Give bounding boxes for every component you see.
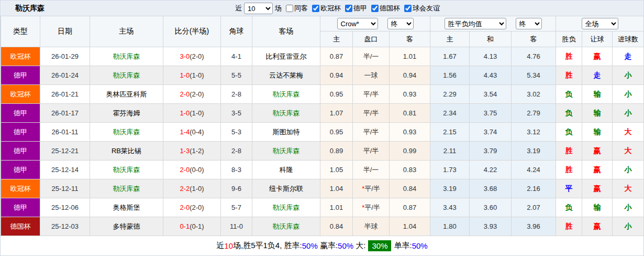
odds-group-header: Crow* 终 [320, 16, 430, 31]
col-header-date: 日期 [40, 16, 90, 47]
mean-final-select[interactable]: 终 [516, 18, 542, 29]
filter-欧冠杯[interactable]: 欧冠杯 [312, 4, 341, 13]
handicap-line: 平/半 [353, 104, 390, 123]
same-away-checkbox-label[interactable]: 同客 [286, 4, 308, 13]
big-rate-badge: 30% [368, 240, 391, 251]
handicap-text: 平/半 [364, 204, 380, 211]
match-row: 德国杯25-12-03多特蒙德0-1(0-1)11-0勒沃库森0.84半球1.0… [1, 217, 644, 236]
mean-type-select[interactable]: 胜平负均值 [445, 18, 506, 29]
odds-home: 0.89 [320, 142, 353, 161]
mean-group-header: 胜平负均值 终 [430, 16, 556, 31]
filter-球会友谊[interactable]: 球会友谊 [404, 4, 440, 13]
topbar-controls: 近 10 场 同客 欧冠杯德甲德国杯球会友谊 [235, 2, 440, 15]
single-rate-value: 50% [412, 241, 428, 250]
half-time-score: (2-0) [190, 52, 204, 60]
match-row: 德甲26-01-11勒沃库森1-4(0-4)5-3斯图加特0.95平/半0.93… [1, 123, 644, 142]
competition-badge: 欧冠杯 [1, 47, 40, 66]
handicap-text: 一球 [364, 71, 378, 79]
filter-checkbox[interactable] [312, 5, 319, 12]
full-time-score: 1-0 [180, 109, 190, 117]
match-row: 德甲25-12-06奥格斯堡2-0(2-0)5-7勒沃库森1.01*平/半0.8… [1, 198, 644, 217]
away-team: 勒沃库森 [252, 142, 320, 161]
summary-count: 10 [224, 241, 233, 250]
mean-away-odds: 3.12 [512, 123, 556, 142]
half-time-score: (1-0) [190, 185, 204, 193]
home-team: 勒沃库森 [90, 66, 163, 85]
score-cell: 2-0(2-0) [163, 85, 221, 104]
odds-company-select[interactable]: Crow* [337, 18, 378, 29]
mean-home-odds: 3.19 [430, 179, 470, 198]
filter-checkbox[interactable] [371, 5, 379, 12]
filter-checkbox[interactable] [345, 5, 352, 12]
earn-rate-value: 50% [338, 241, 353, 250]
goals-result: 小 [613, 104, 644, 123]
corner-count: 5-5 [221, 66, 252, 85]
filter-label: 德甲 [353, 4, 367, 13]
handicap-result: 赢 [582, 161, 613, 179]
subheader-mean-away: 客 [512, 31, 556, 47]
handicap-result: 输 [582, 85, 613, 104]
score-cell: 2-0(0-0) [163, 161, 221, 179]
filter-德甲[interactable]: 德甲 [345, 4, 367, 13]
full-time-score: 0-1 [180, 222, 190, 230]
mean-home-odds: 3.43 [430, 198, 470, 217]
full-time-score: 1-0 [180, 71, 190, 79]
summary-prefix: 近 [216, 241, 224, 251]
goals-result: 大 [613, 179, 644, 198]
away-team: 纽卡斯尔联 [252, 179, 320, 198]
subheader-goals: 进球数 [613, 31, 644, 47]
match-date: 26-01-24 [40, 66, 90, 85]
odds-home: 0.84 [320, 217, 353, 236]
scope-select[interactable]: 全场 [582, 18, 618, 29]
col-header-type: 类型 [1, 16, 40, 47]
mean-away-odds: 4.24 [512, 161, 556, 179]
mean-home-odds: 1.80 [430, 217, 470, 236]
col-header-away: 客场 [252, 16, 320, 47]
competition-badge: 德甲 [1, 161, 40, 179]
away-team: 斯图加特 [252, 123, 320, 142]
earn-rate-label: 赢率: [318, 241, 338, 251]
half-time-score: (2-0) [190, 90, 204, 98]
odds-final-select[interactable]: 终 [387, 18, 414, 29]
handicap-line: 平/半 [353, 123, 390, 142]
handicap-result: 赢 [582, 47, 613, 66]
corner-count: 5-7 [221, 198, 252, 217]
scope-group-header: 全场 [556, 16, 644, 31]
full-time-score: 1-4 [180, 128, 190, 136]
mean-away-odds: 3.02 [512, 85, 556, 104]
mean-home-odds: 1.67 [430, 47, 470, 66]
filter-label: 欧冠杯 [320, 4, 341, 13]
filter-label: 德国杯 [380, 4, 400, 13]
odds-home: 0.87 [320, 47, 353, 66]
handicap-text: 半/一 [363, 52, 379, 60]
subheader-mean-draw: 和 [470, 31, 512, 47]
matches-panel: 类型 日期 主场 比分(半场) 角球 客场 Crow* 终 [0, 16, 644, 256]
handicap-line: 一球 [353, 66, 390, 85]
same-away-checkbox[interactable] [286, 5, 293, 12]
mean-home-odds: 1.56 [430, 66, 470, 85]
mean-away-odds: 2.07 [512, 198, 556, 217]
match-result: 负 [556, 85, 582, 104]
full-time-score: 2-0 [180, 166, 190, 174]
competition-badge: 德国杯 [1, 217, 40, 236]
full-time-score: 1-3 [180, 147, 190, 155]
summary-footer: 近10场,胜5平1负4, 胜率:50% 赢率:50% 大:30%单率:50% [1, 236, 643, 255]
recent-count-select[interactable]: 10 [244, 3, 273, 14]
subheader-odds-away: 客 [390, 31, 430, 47]
competition-badge: 欧冠杯 [1, 85, 40, 104]
filter-德国杯[interactable]: 德国杯 [371, 4, 400, 13]
filter-checkbox[interactable] [404, 5, 412, 12]
handicap-result: 输 [582, 123, 613, 142]
competition-filters: 欧冠杯德甲德国杯球会友谊 [308, 4, 440, 14]
handicap-line: 平/半 [353, 142, 390, 161]
competition-badge: 欧冠杯 [1, 179, 40, 198]
handicap-result: 赢 [582, 142, 613, 161]
match-date: 26-01-11 [40, 123, 90, 142]
odds-away: 0.87 [390, 198, 430, 217]
odds-away: 0.93 [390, 85, 430, 104]
same-away-label: 同客 [294, 4, 308, 13]
subheader-odds-home: 主 [320, 31, 353, 47]
col-header-corner: 角球 [221, 16, 252, 47]
mean-away-odds: 3.96 [512, 217, 556, 236]
score-cell: 2-0(2-0) [163, 198, 221, 217]
